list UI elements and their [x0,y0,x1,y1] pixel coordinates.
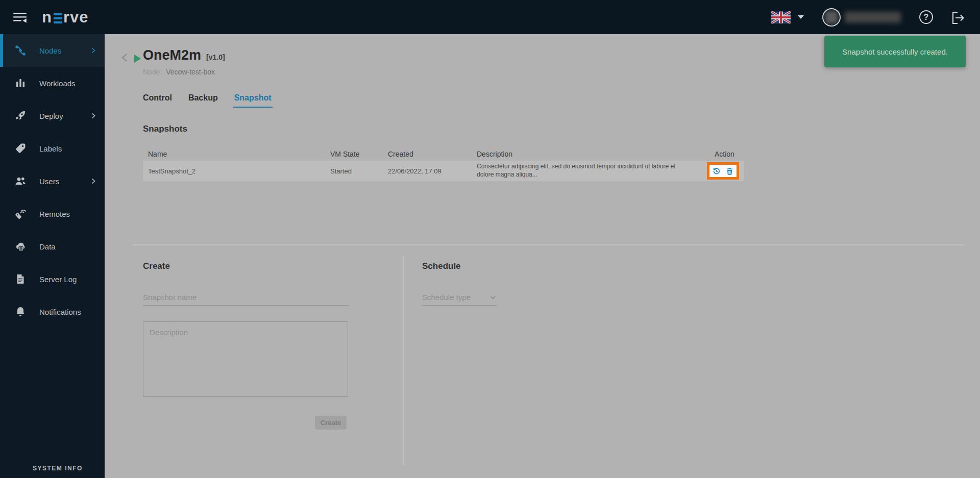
snapshot-vm-state: Started [325,167,383,175]
sidebar-item-server-log[interactable]: Server Log [0,263,105,295]
column-header-vm-state: VM State [325,150,383,158]
sidebar-item-remotes[interactable]: Remotes [0,197,105,230]
vertical-divider [403,256,404,465]
user-menu[interactable] [822,8,901,27]
nerve-logo: nrve [42,8,88,27]
server-log-icon [14,273,27,285]
sidebar-item-label: Workloads [39,79,76,88]
uk-flag-icon [771,11,791,23]
tab-backup[interactable]: Backup [187,91,219,108]
back-button[interactable] [119,52,131,64]
sidebar-item-label: Labels [39,144,62,153]
language-selector[interactable] [771,11,804,23]
tab-snapshot[interactable]: Snapshot [233,91,273,108]
column-header-created: Created [383,150,472,158]
restore-snapshot-icon[interactable] [712,167,721,175]
horizontal-divider [133,244,965,245]
main-content: Snapshot successfully created. OneM2m [v… [105,34,980,478]
username-blurred [845,12,901,23]
logout-icon[interactable] [949,10,966,25]
users-icon [14,175,27,187]
page-version: [v1.0] [206,53,225,63]
menu-collapse-icon[interactable] [11,9,29,26]
schedule-type-placeholder: Schedule type [422,293,471,301]
sidebar-item-label: Nodes [39,46,61,55]
topbar-right-group: ? [771,0,980,34]
system-info-link[interactable]: SYSTEM INFO [33,465,83,472]
create-button[interactable]: Create [315,416,347,430]
avatar-blurred-content [825,11,838,24]
snapshot-created: 22/06/2022, 17:09 [383,167,472,175]
page-title: OneM2m [143,47,201,63]
node-value: Vecow-test-box [166,68,215,76]
sidebar-item-notifications[interactable]: Notifications [0,295,105,328]
snapshots-heading: Snapshots [143,124,187,134]
help-icon[interactable]: ? [919,10,933,24]
logo-e-bars-icon [54,13,62,23]
success-toast: Snapshot successfully created. [824,36,966,67]
chevron-down-icon [489,294,497,301]
snapshot-name: TestSnapshot_2 [143,167,325,175]
node-info: Node: Vecow-test-box [143,68,215,76]
page-title-row: OneM2m [v1.0] [143,47,225,63]
sidebar-item-label: Server Log [39,275,77,284]
action-highlight-box [707,162,739,180]
deploy-icon [14,110,27,122]
logo-text-rve: rve [63,8,89,27]
chevron-right-icon [89,177,97,185]
sidebar-item-users[interactable]: Users [0,165,105,197]
workloads-icon [14,77,27,89]
remotes-icon [14,208,27,220]
column-header-description: Description [472,150,709,158]
sidebar-item-workloads[interactable]: Workloads [0,67,105,99]
labels-icon [14,142,27,155]
sidebar-item-label: Deploy [39,112,63,120]
logo-text-n: n [42,8,52,27]
schedule-heading: Schedule [422,261,461,271]
workload-running-icon [134,55,141,63]
tab-bar: Control Backup Snapshot [142,91,273,108]
sidebar-item-deploy[interactable]: Deploy [0,99,105,132]
snapshot-name-input[interactable] [143,289,349,306]
sidebar-item-label: Notifications [39,308,81,316]
nodes-icon [14,44,27,57]
toast-message: Snapshot successfully created. [842,47,948,56]
snapshots-table: Name VM State Created Description Action… [143,147,744,181]
chevron-right-icon [89,112,97,120]
sidebar-item-label: Data [39,242,56,251]
schedule-type-select[interactable]: Schedule type [422,289,497,306]
notifications-icon [14,306,27,318]
snapshot-description-input[interactable] [143,321,348,397]
top-bar: nrve ? [0,0,980,34]
sidebar-item-label: Users [39,177,59,186]
delete-snapshot-icon[interactable] [725,167,734,175]
sidebar-item-nodes[interactable]: Nodes [0,34,105,67]
table-header-row: Name VM State Created Description Action [143,147,744,161]
sidebar-item-data[interactable]: Data [0,230,105,263]
column-header-action: Action [709,150,744,158]
create-heading: Create [143,261,170,271]
sidebar-item-labels[interactable]: Labels [0,132,105,165]
sidebar: Nodes Workloads Deploy Labels Users [0,34,105,478]
table-row: TestSnapshot_2 Started 22/06/2022, 17:09… [143,161,744,181]
tab-control[interactable]: Control [142,91,173,108]
avatar [822,8,841,27]
node-label: Node: [143,68,162,76]
chevron-right-icon [89,46,97,55]
sidebar-item-label: Remotes [39,210,70,218]
snapshot-description: Consectetur adipiscing elit, sed do eius… [472,163,709,179]
column-header-name: Name [143,150,325,158]
caret-down-icon [798,15,804,19]
data-icon [14,240,27,253]
